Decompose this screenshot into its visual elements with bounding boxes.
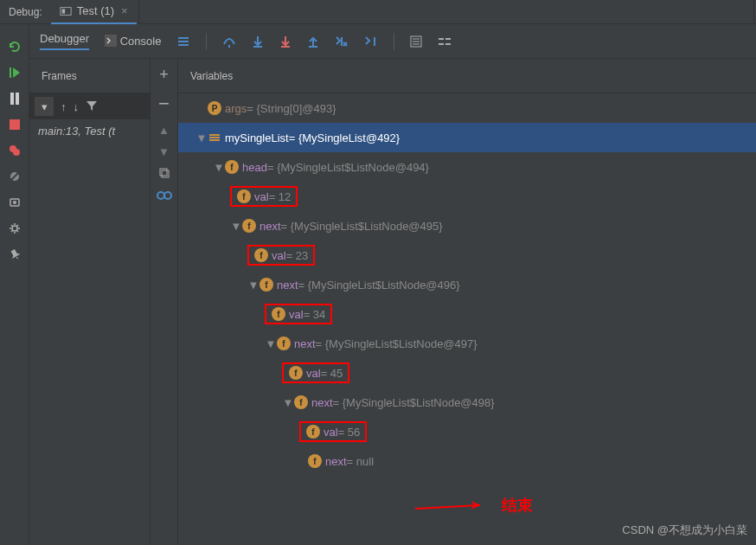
- svg-rect-39: [209, 137, 220, 138]
- var-next-1[interactable]: ▼ f next = {MySingleList$ListNode@495}: [178, 211, 756, 240]
- svg-rect-3: [10, 93, 14, 105]
- highlight-box: f val = 34: [265, 304, 332, 324]
- drop-frame-icon[interactable]: [335, 35, 349, 48]
- step-into-icon[interactable]: [252, 35, 264, 48]
- force-step-into-icon[interactable]: [279, 35, 292, 48]
- show-execution-point-icon[interactable]: [176, 35, 190, 48]
- var-next-3[interactable]: ▼ f next = {MySingleList$ListNode@497}: [178, 329, 756, 358]
- field-badge-icon: f: [308, 454, 322, 468]
- var-val-4[interactable]: f val = 45: [178, 358, 756, 388]
- run-to-cursor-icon[interactable]: [364, 35, 378, 48]
- debug-header: Debug: Test (1) ×: [0, 0, 756, 24]
- annotation-arrow-icon: [407, 500, 493, 517]
- frames-panel: Frames ▾ ↑ ↓ main:13, Test (t: [29, 59, 151, 545]
- collapse-icon: ▼: [247, 279, 259, 292]
- var-head[interactable]: ▼ f head = {MySingleList$ListNode@494}: [178, 152, 756, 182]
- svg-rect-40: [209, 139, 220, 141]
- field-badge-icon: f: [306, 425, 320, 439]
- separator: [206, 33, 207, 50]
- frames-header: Frames: [29, 59, 150, 93]
- thread-dump-icon[interactable]: [8, 196, 22, 209]
- move-up-icon[interactable]: ▲: [158, 124, 170, 137]
- frames-toolbar: ▾ ↑ ↓: [29, 93, 150, 119]
- svg-point-37: [164, 192, 171, 199]
- thread-dropdown-icon[interactable]: ▾: [35, 97, 54, 116]
- svg-rect-34: [160, 169, 167, 176]
- field-badge-icon: f: [294, 395, 308, 409]
- highlight-box: f val = 12: [230, 186, 298, 207]
- tab-console[interactable]: Console: [105, 35, 161, 48]
- field-badge-icon: f: [242, 219, 256, 233]
- var-val-2[interactable]: f val = 23: [178, 240, 756, 270]
- collapse-icon: ▼: [230, 220, 242, 233]
- var-args[interactable]: P args = {String[0]@493}: [178, 93, 756, 123]
- next-frame-icon[interactable]: ↓: [74, 100, 80, 113]
- tab-separator: [138, 0, 139, 24]
- close-icon[interactable]: ×: [121, 4, 128, 17]
- var-val-5[interactable]: f val = 56: [178, 417, 756, 446]
- collapse-icon: ▼: [195, 131, 208, 144]
- field-badge-icon: f: [289, 366, 303, 380]
- svg-rect-38: [209, 134, 220, 136]
- watermark-text: CSDN @不想成为小白菜: [622, 523, 747, 538]
- debug-label: Debug:: [0, 6, 51, 18]
- move-down-icon[interactable]: ▼: [158, 145, 170, 158]
- remove-watch-icon[interactable]: −: [158, 93, 170, 115]
- svg-line-41: [415, 505, 480, 509]
- highlight-box: f val = 23: [247, 245, 315, 266]
- copy-icon[interactable]: [158, 167, 170, 182]
- collapse-icon: ▼: [213, 161, 225, 174]
- collapse-icon: ▼: [282, 396, 294, 409]
- rerun-icon[interactable]: [8, 40, 22, 54]
- tab-debugger[interactable]: Debugger: [40, 32, 89, 50]
- annotation-end-label: 结束: [502, 495, 533, 516]
- var-val-1[interactable]: f val = 12: [178, 182, 756, 211]
- pause-icon[interactable]: [8, 92, 22, 106]
- svg-point-36: [157, 192, 164, 199]
- svg-rect-1: [61, 9, 65, 13]
- var-next-4[interactable]: ▼ f next = {MySingleList$ListNode@498}: [178, 388, 756, 417]
- svg-rect-2: [10, 67, 11, 78]
- stack-frame-row[interactable]: main:13, Test (t: [29, 119, 150, 143]
- field-badge-icon: f: [237, 189, 251, 203]
- field-badge-icon: f: [225, 160, 239, 174]
- param-badge-icon: P: [208, 101, 221, 115]
- prev-frame-icon[interactable]: ↑: [61, 100, 67, 113]
- variables-tree[interactable]: P args = {String[0]@493} ▼ mySingleList …: [178, 93, 756, 545]
- show-watches-icon[interactable]: [157, 190, 172, 203]
- field-badge-icon: f: [259, 278, 273, 292]
- test-config-icon: [60, 5, 72, 17]
- left-toolbar: [0, 24, 29, 545]
- view-breakpoints-icon[interactable]: [8, 144, 22, 157]
- var-next-5[interactable]: f next = null: [178, 446, 756, 476]
- variables-toolbar: + − ▲ ▼: [151, 59, 178, 545]
- separator: [394, 33, 394, 50]
- var-mysinglelist[interactable]: ▼ mySingleList = {MySingleList@492}: [178, 123, 756, 152]
- step-out-icon[interactable]: [307, 35, 319, 48]
- filter-icon[interactable]: [86, 99, 98, 114]
- pin-icon[interactable]: [8, 247, 22, 261]
- trace-current-stream-icon[interactable]: [438, 36, 452, 47]
- field-badge-icon: f: [277, 337, 291, 350]
- evaluate-expression-icon[interactable]: [410, 35, 422, 48]
- highlight-box: f val = 56: [299, 421, 367, 442]
- object-icon: [208, 131, 221, 144]
- console-icon: [105, 35, 117, 47]
- var-val-3[interactable]: f val = 34: [178, 299, 756, 329]
- stop-icon[interactable]: [8, 118, 22, 131]
- resume-icon[interactable]: [8, 66, 22, 80]
- highlight-box: f val = 45: [282, 362, 349, 383]
- new-watch-icon[interactable]: +: [159, 66, 169, 84]
- var-next-2[interactable]: ▼ f next = {MySingleList$ListNode@496}: [178, 270, 756, 299]
- settings-icon[interactable]: [8, 221, 22, 235]
- field-badge-icon: f: [254, 248, 268, 262]
- step-over-icon[interactable]: [222, 35, 236, 48]
- svg-point-7: [13, 149, 20, 156]
- debug-tab[interactable]: Test (1) ×: [51, 0, 137, 24]
- mute-breakpoints-icon[interactable]: [8, 170, 22, 183]
- collapse-icon: ▼: [265, 337, 277, 350]
- debugger-sub-tabs: Debugger Console: [29, 24, 756, 59]
- tab-label: Test (1): [77, 4, 114, 17]
- field-badge-icon: f: [272, 307, 285, 321]
- svg-point-11: [13, 201, 16, 204]
